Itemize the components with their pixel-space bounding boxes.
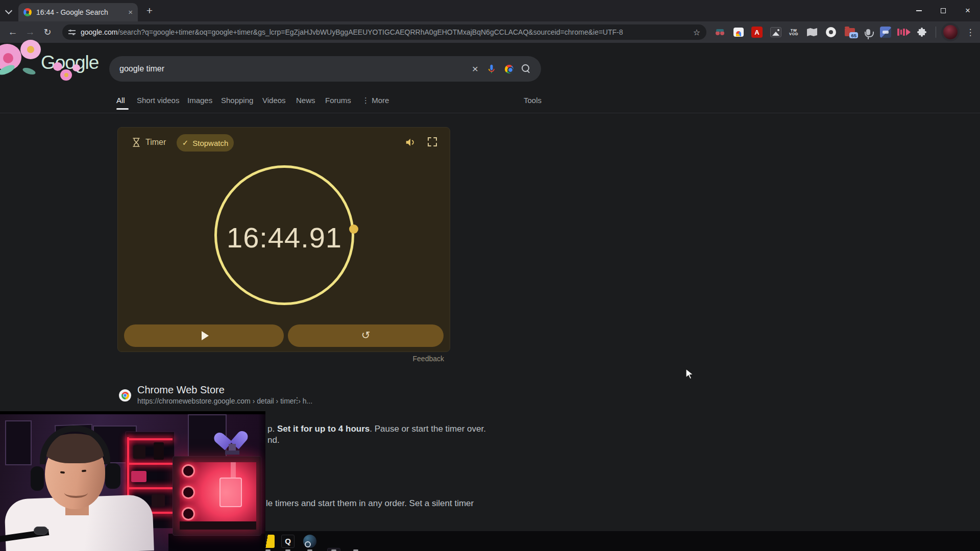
site-settings-icon[interactable] xyxy=(68,29,76,35)
play-icon xyxy=(202,331,209,340)
headphone-cup xyxy=(105,463,120,489)
extension-acrobat-icon[interactable]: A xyxy=(751,26,763,38)
heart-stand xyxy=(229,444,236,451)
start-button[interactable] xyxy=(124,324,284,347)
tab-images[interactable]: Images xyxy=(187,96,212,105)
clear-search-icon[interactable]: × xyxy=(472,63,478,75)
reset-button[interactable]: ↺ xyxy=(288,324,444,347)
new-tab-button[interactable]: + xyxy=(143,4,156,17)
voice-search-mic-icon[interactable] xyxy=(486,64,497,74)
google-lens-icon[interactable] xyxy=(505,65,513,73)
heart-stand-base xyxy=(225,450,239,455)
sound-toggle-icon[interactable] xyxy=(405,137,416,150)
extension-play-bars-icon[interactable] xyxy=(898,26,910,38)
webcam-top-border xyxy=(0,411,265,414)
pc-fan xyxy=(182,486,195,499)
psu-shroud xyxy=(180,521,256,530)
search-submit-icon[interactable] xyxy=(522,64,531,73)
active-tab-underline xyxy=(116,108,129,110)
result-favicon[interactable] xyxy=(119,389,131,402)
url-domain: google.com xyxy=(81,28,117,36)
window-close-button[interactable]: × xyxy=(955,0,980,21)
extensions-puzzle-icon[interactable] xyxy=(916,26,928,38)
wall-frame xyxy=(5,420,32,465)
streamer-eye xyxy=(82,470,86,472)
extension-image-icon[interactable] xyxy=(770,26,782,38)
doodle-blossom-icon xyxy=(53,62,62,71)
tab-strip: 16:44 - Google Search × + × xyxy=(0,0,980,21)
result-breadcrumb[interactable]: https://chromewebstore.google.com › deta… xyxy=(137,397,312,405)
window-maximize-button[interactable] xyxy=(931,0,955,21)
tab-search-chevron-icon[interactable] xyxy=(6,8,11,13)
tab-title: 16:44 - Google Search xyxy=(36,8,124,16)
tools-button[interactable]: Tools xyxy=(524,96,542,105)
tab-all[interactable]: All xyxy=(116,96,125,105)
avatar-image xyxy=(943,25,958,39)
extension-record-icon[interactable] xyxy=(825,26,837,38)
extension-folder-badge-icon[interactable]: 65 xyxy=(844,26,856,38)
extension-map-icon[interactable] xyxy=(806,26,818,38)
search-query-text[interactable]: google timer xyxy=(119,64,464,73)
chrome-logo-icon xyxy=(121,392,129,399)
feedback-link[interactable]: Feedback xyxy=(406,355,444,363)
url-text[interactable]: google.com/search?q=google+timer&oq=goog… xyxy=(81,28,688,36)
tab-short-videos[interactable]: Short videos xyxy=(137,96,179,105)
timer-tab[interactable]: Timer xyxy=(132,138,166,147)
tab-more[interactable]: ⋮ More xyxy=(362,96,389,105)
streamer-smile xyxy=(64,488,88,498)
browser-menu-icon[interactable]: ⋮ xyxy=(964,26,977,39)
browser-tab[interactable]: 16:44 - Google Search × xyxy=(18,3,138,21)
address-bar[interactable]: google.com/search?q=google+timer&oq=goog… xyxy=(62,24,706,40)
extension-gallery-icon[interactable] xyxy=(732,26,745,38)
taskbar-steam-icon[interactable] xyxy=(303,535,316,548)
streamer-eye xyxy=(60,471,65,474)
doodle-blossom-center-icon xyxy=(64,73,68,77)
timer-tab-label: Timer xyxy=(145,138,166,147)
extension-tw-vod-icon[interactable]: TWVOD xyxy=(788,26,800,38)
tab-news[interactable]: News xyxy=(296,96,315,105)
tab-close-icon[interactable]: × xyxy=(128,9,133,16)
tab-shopping[interactable]: Shopping xyxy=(221,96,253,105)
stopwatch-tab-label: Stopwatch xyxy=(192,139,228,147)
snippet-line-2: nd. xyxy=(267,435,280,445)
water-block xyxy=(219,478,242,507)
extension-binoculars-icon[interactable] xyxy=(714,26,726,38)
hourglass-icon xyxy=(132,138,140,147)
extension-badge-count: 65 xyxy=(849,32,858,38)
snippet-line-1: p. Set it for up to 4 hours. Pause or st… xyxy=(267,424,486,434)
stopwatch-tab[interactable]: ✓ Stopwatch xyxy=(177,134,234,152)
toolbar-divider xyxy=(936,27,936,38)
mic-head xyxy=(34,527,48,535)
webcam-edge-fade xyxy=(258,411,265,551)
reload-button[interactable]: ↻ xyxy=(39,21,56,43)
bookmark-star-icon[interactable]: ☆ xyxy=(693,28,700,37)
tab-videos[interactable]: Videos xyxy=(262,96,286,105)
result-source-title[interactable]: Chrome Web Store xyxy=(137,384,225,396)
screen: 16:44 - Google Search × + × ← → ↻ google… xyxy=(0,0,980,551)
check-icon: ✓ xyxy=(182,138,189,147)
maximize-icon xyxy=(941,8,946,13)
taskbar-app-q-icon[interactable]: Q xyxy=(281,535,295,548)
headphone-cup xyxy=(31,466,44,491)
url-path: /search?q=google+timer&oq=google+timer&g… xyxy=(117,28,623,36)
stopwatch-time: 16:44.91 xyxy=(118,221,451,254)
fullscreen-icon[interactable] xyxy=(427,137,437,149)
extension-blue-app-icon[interactable] xyxy=(879,26,892,38)
back-button[interactable]: ← xyxy=(4,21,21,43)
doodle-blossom-icon xyxy=(72,64,80,71)
tab-forums[interactable]: Forums xyxy=(325,96,351,105)
coolant-tube xyxy=(231,462,236,479)
desk xyxy=(168,534,265,551)
minimize-icon xyxy=(916,10,922,11)
extension-mic-icon[interactable] xyxy=(862,26,874,38)
snippet-line-3: le timers and start them in any order. S… xyxy=(266,498,474,509)
window-minimize-button[interactable] xyxy=(906,0,931,21)
mouse-cursor xyxy=(685,368,697,383)
profile-avatar[interactable] xyxy=(941,23,960,41)
result-menu-icon[interactable]: ⋮ xyxy=(293,395,301,405)
reset-icon: ↺ xyxy=(361,329,371,341)
heart-decoration xyxy=(220,424,242,445)
search-box[interactable]: google timer × xyxy=(109,56,541,82)
more-dots-icon: ⋮ xyxy=(362,96,370,105)
stopwatch-widget: Timer ✓ Stopwatch 16:44.91 ↺ xyxy=(117,127,450,352)
